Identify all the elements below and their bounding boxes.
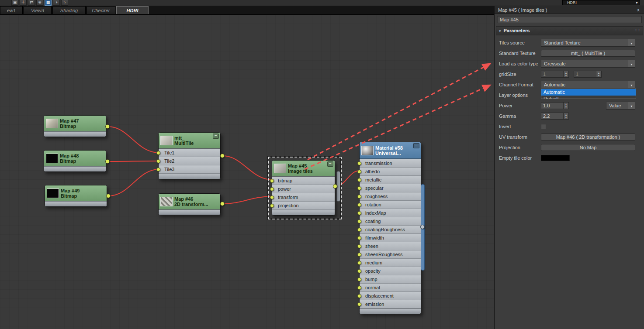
param-row-standard-texture: Standard Texture mtt_ ( MultiTile ) xyxy=(495,49,644,58)
input-socket-Tile3[interactable] xyxy=(156,168,160,171)
output-socket-map45[interactable] xyxy=(333,184,337,188)
gamma-spinner[interactable]: 2.2 ▲▼ xyxy=(541,113,569,120)
input-socket-roughness[interactable] xyxy=(357,195,361,199)
node-map49[interactable]: Map #49 Bitmap xyxy=(45,185,107,207)
node-map48[interactable]: Map #48 Bitmap xyxy=(44,150,106,172)
input-socket-transform[interactable] xyxy=(270,195,274,199)
node-header[interactable]: Map #46 2D transform... xyxy=(159,194,220,209)
slot-label: coating xyxy=(365,219,381,224)
chevron-down-icon[interactable]: ▼ xyxy=(628,81,635,88)
node-name-input[interactable]: Map #45 xyxy=(497,16,642,23)
multitile-thumbnail xyxy=(160,136,173,145)
empty-tile-color-swatch[interactable] xyxy=(541,155,570,161)
spinner-arrows-icon[interactable]: ▲▼ xyxy=(563,103,568,109)
slot-row-coatingRoughness: coatingRoughness xyxy=(360,226,421,234)
minimize-icon[interactable]: − xyxy=(413,143,419,148)
layout-grid-icon[interactable]: ▦ xyxy=(45,0,52,6)
main-toolbar: ▣✛⇄⊕▦◑ϟ xyxy=(0,0,644,6)
node-map47[interactable]: Map #47 Bitmap xyxy=(44,115,106,137)
node-header[interactable]: Map #49 Bitmap xyxy=(45,185,107,201)
channel-format-dropdown[interactable]: Automatic ▼ xyxy=(541,81,635,89)
slot-row-coating: coating xyxy=(360,217,421,226)
input-socket-sheenRoughness[interactable] xyxy=(357,253,361,257)
node-header[interactable]: Map #45 Image tiles − xyxy=(272,161,335,176)
input-socket-indexMap[interactable] xyxy=(357,211,361,215)
close-icon[interactable]: x xyxy=(636,7,641,13)
power-spinner[interactable]: 1.0 ▲▼ xyxy=(541,102,569,109)
input-socket-coatingRoughness[interactable] xyxy=(357,228,361,232)
input-socket-rotation[interactable] xyxy=(357,203,361,207)
input-socket-albedo[interactable] xyxy=(357,170,361,174)
output-socket-multitile[interactable] xyxy=(220,154,225,158)
input-socket-medium[interactable] xyxy=(357,261,361,265)
input-socket-metallic[interactable] xyxy=(357,178,361,182)
slot-label: emission xyxy=(365,302,384,307)
tab-view1[interactable]: ew1 xyxy=(0,6,23,14)
slot-label: opacity xyxy=(365,268,381,274)
input-socket-emission[interactable] xyxy=(357,302,361,306)
chevron-down-icon[interactable]: ▼ xyxy=(628,60,635,67)
input-socket-displacement[interactable] xyxy=(357,294,361,298)
save-icon[interactable]: ▣ xyxy=(11,0,18,6)
input-socket-coating[interactable] xyxy=(357,219,361,223)
param-label: Layer options xyxy=(499,91,528,99)
palette-icon[interactable]: ◑ xyxy=(53,0,60,6)
view-selector-combo[interactable]: HDRI ▼ xyxy=(562,0,640,5)
node-map46[interactable]: Map #46 2D transform... xyxy=(158,193,221,215)
pan-icon[interactable]: ✛ xyxy=(20,0,27,6)
input-socket-opacity[interactable] xyxy=(357,269,361,273)
dropdown-item-default[interactable]: Default xyxy=(541,96,636,99)
input-socket-projection[interactable] xyxy=(270,204,274,208)
zoom-icon[interactable]: ⊕ xyxy=(36,0,43,6)
node-header[interactable]: mtt_ MultiTile − xyxy=(159,133,220,148)
output-socket-material58[interactable] xyxy=(420,225,425,229)
spinner-arrows-icon[interactable]: ▲▼ xyxy=(563,113,568,119)
output-socket-map46[interactable] xyxy=(220,202,225,206)
chevron-down-icon[interactable]: ▼ xyxy=(628,39,635,46)
minimize-icon[interactable]: − xyxy=(327,161,333,167)
output-socket-map47[interactable] xyxy=(105,124,110,129)
input-socket-filmwidth[interactable] xyxy=(357,236,361,240)
slot-row-sheen: sheen xyxy=(360,242,421,250)
node-multitile[interactable]: mtt_ MultiTile − Tile1Tile2Tile3 xyxy=(158,132,221,179)
slot-row-projection: projection xyxy=(272,202,335,210)
tab-shading[interactable]: Shading xyxy=(52,6,86,14)
uv-transform-button[interactable]: Map #46 ( 2D transformation ) xyxy=(541,134,635,141)
minimize-icon[interactable]: − xyxy=(213,134,219,139)
projection-button[interactable]: No Map xyxy=(541,144,635,151)
parameters-rollout-header[interactable]: ▾Parameters ⋮⋮ xyxy=(496,26,643,35)
swap-wires-icon[interactable]: ⇄ xyxy=(28,0,35,6)
load-color-type-dropdown[interactable]: Greyscale ▼ xyxy=(541,60,635,68)
input-socket-Tile1[interactable] xyxy=(156,151,160,155)
tab-hdri[interactable]: HDRI xyxy=(116,6,149,14)
tab-view3[interactable]: View3 xyxy=(24,6,52,14)
tab-checker[interactable]: Checker xyxy=(87,6,115,14)
input-socket-bump[interactable] xyxy=(357,278,361,281)
slot-row-power: power xyxy=(272,185,335,193)
node-map45[interactable]: Map #45 Image tiles − bitmappowertransfo… xyxy=(272,160,335,216)
slot-label: power xyxy=(278,186,291,192)
node-header[interactable]: Material #58 Universal... − xyxy=(360,142,421,159)
input-socket-specular[interactable] xyxy=(357,186,361,190)
input-socket-transmission[interactable] xyxy=(357,161,361,165)
node-footer xyxy=(360,308,421,314)
tiles-source-dropdown[interactable]: Standard Texture ▼ xyxy=(541,39,635,47)
pick-material-icon[interactable]: ϟ xyxy=(61,0,68,6)
chevron-down-icon[interactable]: ▼ xyxy=(628,102,635,109)
node-material58[interactable]: Material #58 Universal... − transmission… xyxy=(359,142,421,314)
input-socket-power[interactable] xyxy=(270,187,274,191)
invert-checkbox[interactable] xyxy=(541,124,546,129)
standard-texture-button[interactable]: mtt_ ( MultiTile ) xyxy=(541,50,635,57)
input-socket-Tile2[interactable] xyxy=(156,159,160,163)
slot-row-bump: bump xyxy=(360,275,421,284)
output-socket-map48[interactable] xyxy=(105,159,110,164)
output-socket-map49[interactable] xyxy=(106,194,111,198)
node-header[interactable]: Map #47 Bitmap xyxy=(44,116,106,131)
node-title: Material #58 xyxy=(375,145,403,151)
dropdown-item-automatic[interactable]: Automatic xyxy=(541,89,636,96)
power-mode-dropdown[interactable]: Value ▼ xyxy=(606,102,635,110)
node-header[interactable]: Map #48 Bitmap xyxy=(44,151,106,166)
input-socket-bitmap[interactable] xyxy=(270,179,274,183)
input-socket-normal[interactable] xyxy=(357,286,361,290)
input-socket-sheen[interactable] xyxy=(357,244,361,248)
